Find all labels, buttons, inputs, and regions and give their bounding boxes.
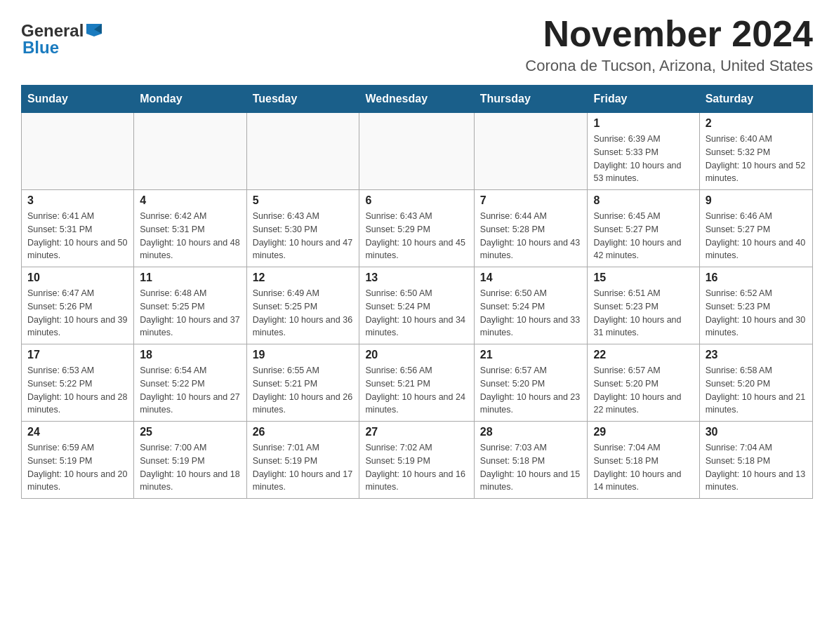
day-number: 17 — [27, 349, 128, 361]
day-number: 4 — [140, 194, 240, 207]
day-info: Sunrise: 7:00 AMSunset: 5:19 PMDaylight:… — [140, 441, 240, 494]
calendar-cell: 9Sunrise: 6:46 AMSunset: 5:27 PMDaylight… — [699, 190, 812, 267]
calendar-cell: 30Sunrise: 7:04 AMSunset: 5:18 PMDayligh… — [699, 422, 812, 499]
day-number: 2 — [706, 117, 807, 130]
calendar-cell: 28Sunrise: 7:03 AMSunset: 5:18 PMDayligh… — [474, 422, 588, 499]
day-info: Sunrise: 6:50 AMSunset: 5:24 PMDaylight:… — [365, 287, 468, 340]
calendar-cell — [359, 113, 474, 190]
calendar-cell: 27Sunrise: 7:02 AMSunset: 5:19 PMDayligh… — [359, 422, 474, 499]
calendar-cell: 20Sunrise: 6:56 AMSunset: 5:21 PMDayligh… — [359, 344, 474, 422]
calendar-cell: 25Sunrise: 7:00 AMSunset: 5:19 PMDayligh… — [134, 422, 246, 499]
day-number: 13 — [365, 271, 468, 284]
day-number: 19 — [253, 349, 354, 361]
calendar-cell: 11Sunrise: 6:48 AMSunset: 5:25 PMDayligh… — [134, 267, 246, 344]
day-number: 30 — [706, 426, 807, 438]
day-number: 26 — [253, 426, 354, 438]
calendar-week-4: 24Sunrise: 6:59 AMSunset: 5:19 PMDayligh… — [22, 422, 813, 499]
day-info: Sunrise: 6:48 AMSunset: 5:25 PMDaylight:… — [140, 287, 240, 340]
calendar-cell: 5Sunrise: 6:43 AMSunset: 5:30 PMDaylight… — [246, 190, 359, 267]
calendar-cell — [134, 113, 246, 190]
header-day-saturday: Saturday — [699, 86, 812, 113]
day-info: Sunrise: 6:53 AMSunset: 5:22 PMDaylight:… — [27, 364, 128, 417]
day-number: 22 — [593, 349, 693, 361]
day-info: Sunrise: 6:54 AMSunset: 5:22 PMDaylight:… — [140, 364, 240, 417]
day-info: Sunrise: 6:47 AMSunset: 5:26 PMDaylight:… — [27, 287, 128, 340]
day-info: Sunrise: 7:04 AMSunset: 5:18 PMDaylight:… — [593, 441, 693, 494]
calendar-cell — [22, 113, 134, 190]
day-number: 10 — [27, 271, 128, 284]
calendar-cell: 29Sunrise: 7:04 AMSunset: 5:18 PMDayligh… — [588, 422, 699, 499]
calendar-cell: 6Sunrise: 6:43 AMSunset: 5:29 PMDaylight… — [359, 190, 474, 267]
day-info: Sunrise: 6:41 AMSunset: 5:31 PMDaylight:… — [27, 210, 128, 262]
calendar-cell: 12Sunrise: 6:49 AMSunset: 5:25 PMDayligh… — [246, 267, 359, 344]
calendar-cell: 19Sunrise: 6:55 AMSunset: 5:21 PMDayligh… — [246, 344, 359, 422]
calendar-cell: 13Sunrise: 6:50 AMSunset: 5:24 PMDayligh… — [359, 267, 474, 344]
header-day-wednesday: Wednesday — [359, 86, 474, 113]
header-day-tuesday: Tuesday — [246, 86, 359, 113]
calendar-week-3: 17Sunrise: 6:53 AMSunset: 5:22 PMDayligh… — [22, 344, 813, 422]
day-number: 15 — [593, 271, 693, 284]
calendar-cell: 7Sunrise: 6:44 AMSunset: 5:28 PMDaylight… — [474, 190, 588, 267]
day-info: Sunrise: 6:39 AMSunset: 5:33 PMDaylight:… — [593, 133, 693, 185]
day-info: Sunrise: 7:04 AMSunset: 5:18 PMDaylight:… — [706, 441, 807, 494]
calendar-cell: 1Sunrise: 6:39 AMSunset: 5:33 PMDaylight… — [588, 113, 699, 190]
day-info: Sunrise: 6:59 AMSunset: 5:19 PMDaylight:… — [27, 441, 128, 494]
day-info: Sunrise: 6:44 AMSunset: 5:28 PMDaylight:… — [480, 210, 582, 262]
day-info: Sunrise: 6:43 AMSunset: 5:30 PMDaylight:… — [253, 210, 354, 262]
day-number: 23 — [706, 349, 807, 361]
header-day-thursday: Thursday — [474, 86, 588, 113]
calendar-cell: 18Sunrise: 6:54 AMSunset: 5:22 PMDayligh… — [134, 344, 246, 422]
header-day-friday: Friday — [588, 86, 699, 113]
day-number: 12 — [253, 271, 354, 284]
day-info: Sunrise: 7:03 AMSunset: 5:18 PMDaylight:… — [480, 441, 582, 494]
day-info: Sunrise: 6:49 AMSunset: 5:25 PMDaylight:… — [253, 287, 354, 340]
day-number: 14 — [480, 271, 582, 284]
calendar-week-0: 1Sunrise: 6:39 AMSunset: 5:33 PMDaylight… — [22, 113, 813, 190]
calendar-cell: 23Sunrise: 6:58 AMSunset: 5:20 PMDayligh… — [699, 344, 812, 422]
day-number: 5 — [253, 194, 354, 207]
calendar-cell: 17Sunrise: 6:53 AMSunset: 5:22 PMDayligh… — [22, 344, 134, 422]
calendar-week-1: 3Sunrise: 6:41 AMSunset: 5:31 PMDaylight… — [22, 190, 813, 267]
day-number: 16 — [706, 271, 807, 284]
day-info: Sunrise: 6:51 AMSunset: 5:23 PMDaylight:… — [593, 287, 693, 340]
calendar-cell: 2Sunrise: 6:40 AMSunset: 5:32 PMDaylight… — [699, 113, 812, 190]
day-info: Sunrise: 6:43 AMSunset: 5:29 PMDaylight:… — [365, 210, 468, 262]
day-number: 21 — [480, 349, 582, 361]
day-number: 8 — [593, 194, 693, 207]
day-number: 7 — [480, 194, 582, 207]
calendar-cell: 15Sunrise: 6:51 AMSunset: 5:23 PMDayligh… — [588, 267, 699, 344]
logo: General Blue — [21, 21, 102, 58]
calendar-header-row: SundayMondayTuesdayWednesdayThursdayFrid… — [22, 86, 813, 113]
day-number: 18 — [140, 349, 240, 361]
title-block: November 2024 Corona de Tucson, Arizona,… — [525, 14, 813, 75]
day-info: Sunrise: 6:40 AMSunset: 5:32 PMDaylight:… — [706, 133, 807, 185]
calendar-cell: 4Sunrise: 6:42 AMSunset: 5:31 PMDaylight… — [134, 190, 246, 267]
calendar-cell: 26Sunrise: 7:01 AMSunset: 5:19 PMDayligh… — [246, 422, 359, 499]
day-info: Sunrise: 6:42 AMSunset: 5:31 PMDaylight:… — [140, 210, 240, 262]
calendar-cell: 16Sunrise: 6:52 AMSunset: 5:23 PMDayligh… — [699, 267, 812, 344]
day-number: 25 — [140, 426, 240, 438]
calendar-cell: 22Sunrise: 6:57 AMSunset: 5:20 PMDayligh… — [588, 344, 699, 422]
day-info: Sunrise: 6:46 AMSunset: 5:27 PMDaylight:… — [706, 210, 807, 262]
day-number: 1 — [593, 117, 693, 130]
day-number: 11 — [140, 271, 240, 284]
header-day-monday: Monday — [134, 86, 246, 113]
location-subtitle: Corona de Tucson, Arizona, United States — [525, 57, 813, 75]
day-number: 9 — [706, 194, 807, 207]
day-info: Sunrise: 6:57 AMSunset: 5:20 PMDaylight:… — [593, 364, 693, 417]
day-info: Sunrise: 6:56 AMSunset: 5:21 PMDaylight:… — [365, 364, 468, 417]
calendar-cell — [474, 113, 588, 190]
calendar-cell: 14Sunrise: 6:50 AMSunset: 5:24 PMDayligh… — [474, 267, 588, 344]
header-day-sunday: Sunday — [22, 86, 134, 113]
day-info: Sunrise: 6:55 AMSunset: 5:21 PMDaylight:… — [253, 364, 354, 417]
page-header: General Blue November 2024 Corona de Tuc… — [21, 14, 813, 75]
calendar-cell: 24Sunrise: 6:59 AMSunset: 5:19 PMDayligh… — [22, 422, 134, 499]
calendar-week-2: 10Sunrise: 6:47 AMSunset: 5:26 PMDayligh… — [22, 267, 813, 344]
day-number: 6 — [365, 194, 468, 207]
day-info: Sunrise: 6:58 AMSunset: 5:20 PMDaylight:… — [706, 364, 807, 417]
day-info: Sunrise: 6:52 AMSunset: 5:23 PMDaylight:… — [706, 287, 807, 340]
calendar-table: SundayMondayTuesdayWednesdayThursdayFrid… — [21, 85, 813, 499]
day-info: Sunrise: 7:01 AMSunset: 5:19 PMDaylight:… — [253, 441, 354, 494]
calendar-cell: 10Sunrise: 6:47 AMSunset: 5:26 PMDayligh… — [22, 267, 134, 344]
month-title: November 2024 — [525, 14, 813, 54]
